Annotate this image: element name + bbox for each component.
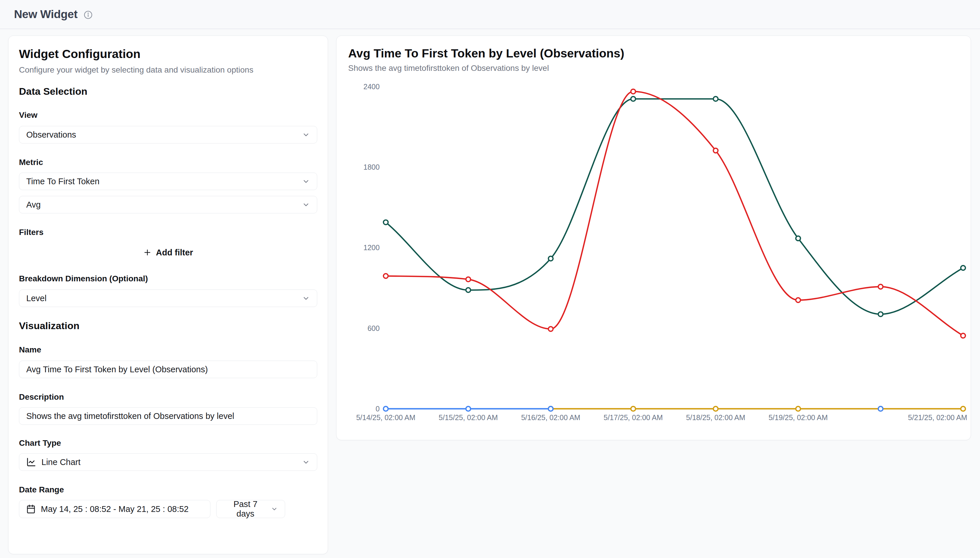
data-selection-heading: Data Selection: [19, 85, 317, 97]
chevron-down-icon: [302, 177, 310, 185]
series-dark-teal-point[interactable]: [466, 288, 471, 292]
date-range-button[interactable]: May 14, 25 : 08:52 - May 21, 25 : 08:52: [19, 500, 211, 518]
y-axis-tick-label: 1800: [363, 163, 380, 171]
date-preset-value: Past 7 days: [224, 499, 267, 519]
add-filter-label: Add filter: [156, 248, 193, 258]
info-icon[interactable]: [84, 10, 93, 20]
filters-area: Add filter: [19, 244, 317, 261]
date-range-row: May 14, 25 : 08:52 - May 21, 25 : 08:52 …: [19, 500, 317, 518]
series-dark-teal-line: [386, 99, 963, 314]
top-bar: New Widget: [0, 0, 980, 29]
series-dark-teal-point[interactable]: [713, 97, 718, 101]
y-axis-tick-label: 600: [367, 324, 380, 332]
view-label: View: [19, 110, 317, 120]
x-axis-tick-label: 5/14/25, 02:00 AM: [356, 414, 415, 422]
x-axis-tick-label: 5/16/25, 02:00 AM: [521, 414, 580, 422]
main-content: Widget Configuration Configure your widg…: [0, 29, 980, 554]
config-subheading: Configure your widget by selecting data …: [19, 65, 317, 75]
metric-select-value: Time To First Token: [26, 177, 99, 186]
date-preset-button[interactable]: Past 7 days: [216, 500, 285, 518]
date-range-label: Date Range: [19, 485, 317, 495]
chevron-down-icon: [302, 131, 310, 139]
y-axis-tick-label: 2400: [363, 82, 380, 91]
page-title: New Widget: [14, 8, 77, 21]
x-axis-tick-label: 5/15/25, 02:00 AM: [439, 414, 498, 422]
series-dark-teal-point[interactable]: [631, 97, 636, 101]
breakdown-select[interactable]: Level: [19, 289, 317, 307]
breakdown-select-value: Level: [26, 294, 46, 303]
chart-type-label: Chart Type: [19, 438, 317, 448]
x-axis-tick-label: 5/17/25, 02:00 AM: [603, 414, 663, 422]
series-yellow-point[interactable]: [631, 406, 636, 411]
series-blue-point[interactable]: [548, 406, 553, 411]
visualization-heading: Visualization: [19, 320, 317, 332]
add-filter-button[interactable]: Add filter: [137, 244, 199, 261]
series-dark-teal-point[interactable]: [548, 256, 553, 261]
series-red-point[interactable]: [466, 277, 471, 282]
calendar-icon: [26, 504, 36, 514]
y-axis-tick-label: 1200: [363, 243, 380, 251]
view-select-value: Observations: [26, 130, 76, 140]
y-axis-tick-label: 0: [376, 405, 380, 413]
series-red-point[interactable]: [878, 284, 883, 289]
series-yellow-point[interactable]: [961, 406, 965, 411]
config-heading: Widget Configuration: [19, 47, 317, 61]
view-select[interactable]: Observations: [19, 126, 317, 143]
chart-type-select[interactable]: Line Chart: [19, 453, 317, 471]
breakdown-label: Breakdown Dimension (Optional): [19, 274, 317, 284]
series-red-point[interactable]: [384, 274, 388, 278]
description-label: Description: [19, 392, 317, 402]
description-input[interactable]: [19, 407, 317, 425]
series-dark-teal-point[interactable]: [384, 220, 388, 225]
aggregation-select[interactable]: Avg: [19, 196, 317, 213]
date-range-value: May 14, 25 : 08:52 - May 21, 25 : 08:52: [41, 504, 189, 514]
metric-select[interactable]: Time To First Token: [19, 172, 317, 190]
series-red-point[interactable]: [713, 148, 718, 153]
metric-label: Metric: [19, 158, 317, 167]
x-axis-tick-label: 5/19/25, 02:00 AM: [768, 414, 828, 422]
chart-type-select-value: Line Chart: [41, 458, 81, 467]
chart-preview-panel: Avg Time To First Token by Level (Observ…: [336, 36, 971, 440]
chevron-down-icon: [302, 458, 310, 466]
chevron-down-icon: [302, 201, 310, 209]
chevron-down-icon: [302, 294, 310, 302]
series-red-point[interactable]: [631, 89, 636, 94]
x-axis-tick-label: 5/21/25, 02:00 AM: [908, 414, 967, 422]
name-label: Name: [19, 345, 317, 355]
x-axis-tick-label: 5/18/25, 02:00 AM: [686, 414, 745, 422]
aggregation-select-value: Avg: [26, 200, 41, 210]
line-chart-svg[interactable]: 06001200180024005/14/25, 02:00 AM5/15/25…: [336, 36, 971, 440]
series-blue-point[interactable]: [384, 406, 388, 411]
series-red-point[interactable]: [961, 333, 965, 338]
series-dark-teal-point[interactable]: [796, 236, 800, 241]
series-blue-point[interactable]: [878, 406, 883, 411]
series-yellow-point[interactable]: [796, 406, 800, 411]
series-red-point[interactable]: [796, 298, 800, 302]
name-input[interactable]: [19, 361, 317, 378]
series-dark-teal-point[interactable]: [961, 266, 965, 270]
series-red-point[interactable]: [548, 327, 553, 331]
filters-label: Filters: [19, 227, 317, 237]
series-red-line: [386, 92, 963, 336]
plus-icon: [143, 248, 152, 257]
chevron-down-icon: [271, 505, 278, 512]
widget-configuration-panel: Widget Configuration Configure your widg…: [8, 36, 328, 554]
series-dark-teal-point[interactable]: [878, 312, 883, 317]
series-yellow-point[interactable]: [713, 406, 718, 411]
line-chart-icon: [26, 457, 36, 467]
series-blue-point[interactable]: [466, 406, 471, 411]
